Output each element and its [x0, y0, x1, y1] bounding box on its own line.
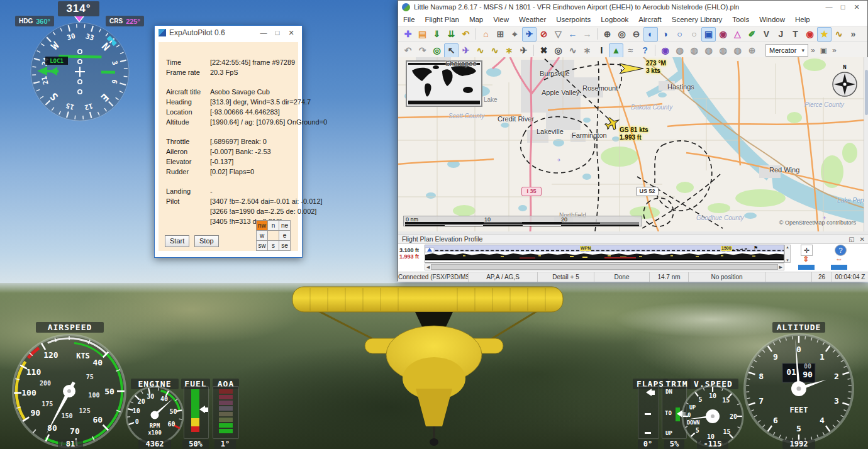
save-flightplan-icon[interactable]: ⇓: [430, 27, 444, 42]
airspace-cat5-icon[interactable]: ◍: [730, 43, 745, 58]
search-adjust-icon[interactable]: ◎: [430, 43, 444, 58]
menu-help[interactable]: Help: [790, 13, 815, 26]
start-button[interactable]: Start: [165, 235, 189, 247]
route-broken-icon[interactable]: ≈: [623, 43, 638, 58]
airspace-open1-icon[interactable]: ○: [672, 27, 687, 42]
text-style-icon[interactable]: I: [594, 43, 609, 58]
route-star-box-icon[interactable]: ∗: [580, 43, 594, 58]
center-aircraft-icon[interactable]: ✈: [522, 27, 537, 42]
new-flightplan-icon[interactable]: ✚: [401, 27, 415, 42]
center-route-icon[interactable]: ⌖: [508, 27, 522, 42]
close-button[interactable]: ✕: [850, 3, 864, 11]
close-box-icon[interactable]: ✖: [537, 43, 551, 58]
direction-nw[interactable]: nw: [257, 221, 267, 230]
measure-icon[interactable]: ✐: [745, 27, 759, 42]
reload-icon[interactable]: ↶: [459, 27, 473, 42]
redo-icon[interactable]: ↷: [415, 43, 430, 58]
profile-vertical-scrollbar[interactable]: ▲ ▼: [784, 245, 791, 263]
vertical-zoom-slider[interactable]: [798, 265, 815, 270]
elevation-profile-chart[interactable]: WPN 1500 ⚑: [425, 245, 784, 263]
menu-window[interactable]: Window: [754, 13, 790, 26]
autopilot-titlebar[interactable]: ExpAutoPilot 0.6 — □ ✕: [155, 26, 302, 40]
direction-se[interactable]: se: [279, 241, 290, 250]
airspace-cat4-icon[interactable]: ◍: [716, 43, 730, 58]
airspace-vfr-icon[interactable]: ◑: [658, 27, 672, 42]
info-icon[interactable]: ?: [638, 43, 652, 58]
airspace-open2-icon[interactable]: ○: [687, 27, 701, 42]
jet-airway-icon[interactable]: J: [774, 27, 788, 42]
home-icon[interactable]: ⌂: [479, 27, 493, 42]
direction-s[interactable]: s: [268, 241, 279, 250]
zoom-out-icon[interactable]: ⊖: [629, 27, 643, 42]
minimize-button[interactable]: —: [822, 3, 836, 11]
center-mark-icon[interactable]: ⊞: [493, 27, 508, 42]
device-icon[interactable]: ▣: [820, 46, 827, 55]
menu-view[interactable]: View: [488, 13, 514, 26]
favorite-icon[interactable]: ★: [817, 27, 832, 42]
toolbar-overflow-icon[interactable]: »: [811, 46, 815, 55]
search-box-icon[interactable]: ◎: [551, 43, 565, 58]
track-label-icon[interactable]: T: [788, 27, 803, 42]
airspace-cat2-icon[interactable]: ◍: [687, 43, 701, 58]
direction-e[interactable]: e: [279, 231, 290, 240]
vertical-path-icon[interactable]: ✈: [516, 43, 531, 58]
menu-file[interactable]: File: [398, 13, 420, 26]
menu-logbook[interactable]: Logbook: [596, 13, 633, 26]
open-flightplan-icon[interactable]: ▤: [415, 27, 430, 42]
menu-weather[interactable]: Weather: [514, 13, 551, 26]
route-edit2-icon[interactable]: ∿: [487, 43, 502, 58]
maximize-button[interactable]: □: [270, 29, 284, 36]
minimize-button[interactable]: —: [257, 29, 270, 36]
dock-float-icon[interactable]: ◱: [849, 236, 854, 243]
direction-ne[interactable]: ne: [279, 221, 290, 230]
map-cursor-icon[interactable]: ↖: [444, 43, 459, 58]
direction-sw[interactable]: sw: [257, 241, 267, 250]
toolbar-overflow-icon[interactable]: »: [832, 46, 837, 55]
maximize-button[interactable]: □: [836, 3, 850, 11]
map-vertical-scrollbar[interactable]: [864, 57, 868, 231]
airspace-add-icon[interactable]: ⊕: [745, 43, 759, 58]
scroll-right-icon[interactable]: ▶: [779, 265, 782, 270]
projection-dropdown[interactable]: Mercator▾: [765, 44, 808, 57]
scroll-up-icon[interactable]: ▲: [785, 245, 790, 249]
map-canvas[interactable]: ✈ ✈ N: [398, 57, 864, 231]
map-back-icon[interactable]: ←: [565, 27, 580, 42]
horizontal-zoom-slider[interactable]: [831, 265, 847, 270]
compass-rose-icon[interactable]: ◉: [658, 43, 672, 58]
stop-button[interactable]: Stop: [194, 235, 219, 247]
add-waypoint-icon[interactable]: ✈: [459, 43, 473, 58]
logbook-route-icon[interactable]: ∿: [832, 27, 846, 42]
horizontal-zoom-icon[interactable]: ⇔: [835, 255, 843, 263]
vertical-zoom-icon[interactable]: ⇕: [803, 255, 809, 263]
airspace-cat3-icon[interactable]: ◍: [701, 43, 716, 58]
msa-icon[interactable]: ◉: [716, 27, 730, 42]
airspace-ifr-icon[interactable]: ◐: [643, 27, 658, 42]
route-edit1-icon[interactable]: ∿: [473, 43, 487, 58]
zoom-reset-icon[interactable]: ◎: [615, 27, 629, 42]
navmap-titlebar[interactable]: Little Navmap 2.6.17 - MSFS / N 1801 - V…: [398, 1, 867, 13]
terrain-icon[interactable]: ▲: [609, 43, 623, 58]
map-forward-icon[interactable]: →: [580, 27, 594, 42]
menu-userpoints[interactable]: Userpoints: [551, 13, 596, 26]
delete-trail-icon[interactable]: ⊘: [537, 27, 551, 42]
airspace-cat1-icon[interactable]: ◍: [672, 43, 687, 58]
zoom-in-icon[interactable]: ⊕: [600, 27, 615, 42]
dock-close-icon[interactable]: ✕: [860, 236, 865, 243]
direction-n[interactable]: n: [268, 221, 279, 230]
menu-tools[interactable]: Tools: [727, 13, 754, 26]
close-button[interactable]: ✕: [284, 29, 298, 37]
menu-scenery-library[interactable]: Scenery Library: [667, 13, 728, 26]
menu-map[interactable]: Map: [464, 13, 488, 26]
hotspot-icon[interactable]: △: [730, 27, 745, 42]
route-special-icon[interactable]: ∗: [502, 43, 516, 58]
highlight-range-icon[interactable]: ◉: [803, 27, 817, 42]
scroll-down-icon[interactable]: ▼: [785, 258, 790, 262]
airspace-boxed-icon[interactable]: ▣: [701, 27, 716, 42]
save-as-icon[interactable]: ⇊: [444, 27, 459, 42]
scroll-left-icon[interactable]: ◀: [426, 265, 430, 270]
route-box-icon[interactable]: ∿: [565, 43, 580, 58]
approach-icon[interactable]: ▽: [551, 27, 565, 42]
menu-aircraft[interactable]: Aircraft: [633, 13, 666, 26]
direction-w[interactable]: w: [257, 231, 267, 240]
world-overview-inset[interactable]: [406, 60, 482, 107]
